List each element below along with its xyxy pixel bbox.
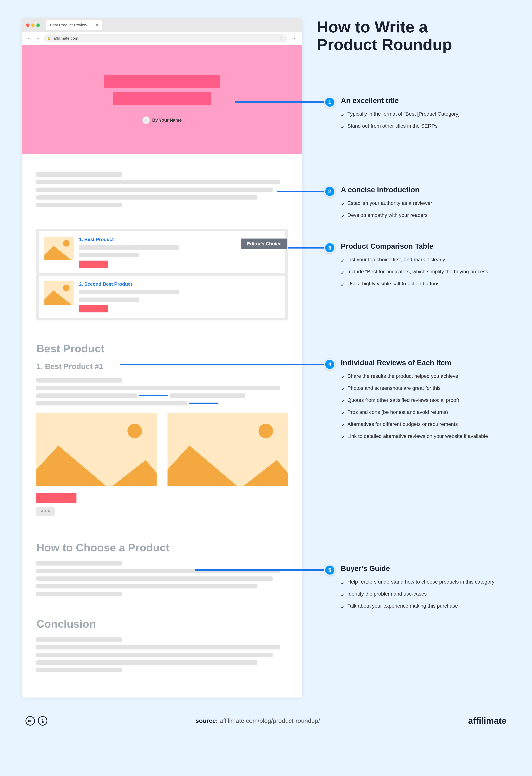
intro-section xyxy=(22,154,302,221)
url-text: affilimate.com xyxy=(53,36,78,41)
tab-title: Best Product Review xyxy=(50,23,87,27)
more-indicator-icon xyxy=(36,507,55,516)
section-heading: How to Choose a Product xyxy=(36,541,288,554)
brand-logo: affilimate xyxy=(468,716,507,726)
cc-license-icon: cc xyxy=(25,716,35,726)
star-icon: ☆ xyxy=(280,36,283,41)
inline-link-placeholder xyxy=(189,403,218,404)
cta-button xyxy=(79,305,108,313)
browser-chrome: Best Product Review ✕ ← → 🔒 affilimate.c… xyxy=(22,18,302,45)
product-photo xyxy=(168,413,288,486)
url-bar: ← → 🔒 affilimate.com ☆ ⋮ xyxy=(22,32,302,45)
forward-arrow-icon: → xyxy=(35,36,40,41)
lock-icon: 🔒 xyxy=(47,36,51,40)
section-heading: Best Product xyxy=(36,342,288,355)
product-thumbnail xyxy=(44,281,73,305)
product-photo xyxy=(36,413,157,486)
byline-text: By Your Name xyxy=(152,118,182,123)
kebab-menu-icon: ⋮ xyxy=(292,36,297,41)
hero-section: By Your Name xyxy=(22,45,302,154)
source-citation: source: affilimate.com/blog/product-roun… xyxy=(47,717,468,724)
product-thumbnail xyxy=(44,237,73,260)
title-placeholder xyxy=(104,75,220,88)
table-row: 2. Second Best Product xyxy=(39,276,285,318)
table-row: 1. Best Product xyxy=(39,231,285,276)
title-placeholder xyxy=(113,92,211,105)
svg-point-0 xyxy=(42,719,43,721)
inline-link-placeholder xyxy=(139,395,168,396)
maximize-dot-icon xyxy=(36,23,40,27)
close-icon: ✕ xyxy=(96,23,99,27)
editors-choice-badge: Editor's Choice xyxy=(241,238,287,249)
url-field: 🔒 affilimate.com ☆ xyxy=(43,34,287,42)
footer: cc source: affilimate.com/blog/product-r… xyxy=(22,716,510,726)
byline: By Your Name xyxy=(142,117,182,124)
product-link: 2. Second Best Product xyxy=(79,281,280,287)
minimize-dot-icon xyxy=(31,23,35,27)
close-dot-icon xyxy=(26,23,29,27)
section-heading: Conclusion xyxy=(36,618,288,630)
back-arrow-icon: ← xyxy=(27,36,32,41)
product-heading: 1. Best Product #1 xyxy=(36,362,288,371)
comparison-table: Editor's Choice 1. Best Product xyxy=(36,229,288,321)
cta-button xyxy=(79,260,108,268)
browser-mockup: Best Product Review ✕ ← → 🔒 affilimate.c… xyxy=(22,18,302,698)
cta-button xyxy=(36,493,76,503)
browser-tab: Best Product Review ✕ xyxy=(46,20,102,30)
infographic-title: How to Write a Product Roundup xyxy=(317,18,510,53)
cc-by-icon xyxy=(38,716,47,726)
window-controls xyxy=(26,23,40,27)
avatar-icon xyxy=(142,117,150,124)
